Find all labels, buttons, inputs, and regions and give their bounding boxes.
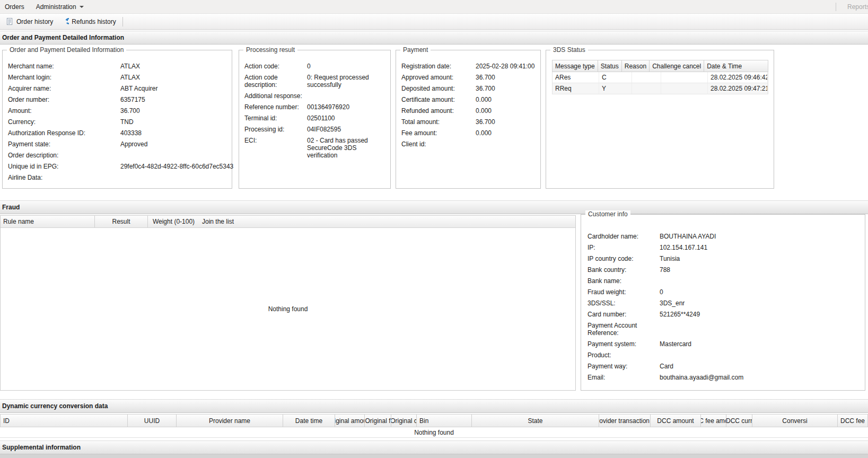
dcc-grid: ID UUID Provider name Date time Original… <box>0 414 868 438</box>
order-detail-panel-legend: Order and Payment Detailed Information <box>7 46 126 54</box>
menu-orders[interactable]: Orders <box>0 3 30 11</box>
field-row: Processing id: 04IF082595 <box>244 126 386 133</box>
column-header[interactable]: Conversi <box>752 415 838 427</box>
column-header[interactable]: DCC fee amount <box>701 415 726 427</box>
fraud-empty-state: Nothing found <box>1 228 575 390</box>
field-value: Card <box>660 363 861 370</box>
field-value: bouthaina.ayaadi@gmail.com <box>660 374 861 381</box>
field-label: Amount: <box>8 107 120 114</box>
field-row: Airline Data: <box>8 174 227 181</box>
field-value: BOUTHAINA AYADI <box>660 233 861 240</box>
field-value: 29fef0c4-482d-4922-8ffc-60c6d7ec5343 <box>120 163 233 170</box>
field-value: ATLAX <box>120 74 227 81</box>
toolbar-separator <box>122 17 123 27</box>
table-row[interactable]: RReq Y 28.02.2025 09:47:21 <box>552 83 768 94</box>
column-header[interactable]: Challenge cancel <box>650 60 704 72</box>
bottom-scroll-strip[interactable] <box>0 454 868 458</box>
field-label: Merchant name: <box>8 63 120 70</box>
toolbar: Order history Refunds history <box>0 13 868 30</box>
field-label: Registration date: <box>401 63 476 70</box>
cell-status: Y <box>599 83 632 94</box>
payment-panel: Payment Registration date: 2025-02-28 09… <box>396 50 541 189</box>
field-row: Currency: TND <box>8 118 227 126</box>
column-header[interactable]: Weight (0-100) <box>148 216 199 227</box>
field-label: Acquirer name: <box>8 85 120 92</box>
field-row: Authorization Response ID: 403338 <box>8 129 227 137</box>
column-header[interactable]: Bin <box>417 415 472 427</box>
field-row: Merchant login: ATLAX <box>8 74 227 81</box>
column-header[interactable]: ID <box>1 415 128 427</box>
column-header[interactable]: DCC curr <box>726 415 752 427</box>
field-row: Unique id in EPG: 29fef0c4-482d-4922-8ff… <box>8 163 227 170</box>
field-value: 403338 <box>120 129 227 137</box>
table-row[interactable]: ARes C 28.02.2025 09:46:42 <box>552 72 768 83</box>
column-header[interactable]: Provider name <box>177 415 283 427</box>
menubar: Orders Administration Reports <box>0 0 868 13</box>
field-row: Payment system: Mastercard <box>588 340 861 348</box>
caret-down-icon <box>80 6 84 8</box>
order-history-button[interactable]: Order history <box>2 15 57 28</box>
cell-challenge-cancel <box>661 83 708 94</box>
column-header[interactable]: Date time <box>283 415 335 427</box>
column-header[interactable]: Status <box>598 60 622 72</box>
column-header[interactable]: UUID <box>128 415 177 427</box>
cell-reason <box>632 72 661 83</box>
field-label: Approved amount: <box>401 74 476 81</box>
menu-administration[interactable]: Administration <box>30 3 90 11</box>
column-header[interactable]: Date & Time <box>704 60 744 72</box>
menu-reports[interactable]: Reports <box>841 3 868 11</box>
section-header-fraud: Fraud <box>0 200 868 214</box>
field-label: Payment way: <box>588 363 660 370</box>
column-header[interactable]: DCC amount <box>651 415 701 427</box>
column-header[interactable]: Original c <box>391 415 417 427</box>
field-row: Client id: <box>401 140 536 148</box>
menubar-separator <box>836 3 836 11</box>
field-row: Order number: 6357175 <box>8 96 227 103</box>
field-row: Deposited amount: 36.700 <box>401 85 536 92</box>
field-value: 521265**4249 <box>660 311 861 318</box>
column-header[interactable]: DCC fee <box>838 415 867 427</box>
field-row: Total amount: 36.700 <box>401 118 536 126</box>
field-label: Action code description: <box>244 74 307 89</box>
fraud-rules-grid: Rule name Result Weight (0-100) Join the… <box>0 215 576 391</box>
field-value: 102.154.167.141 <box>660 244 861 251</box>
field-value: 0 <box>660 288 861 296</box>
column-header[interactable]: Original amount <box>335 415 365 427</box>
refund-arrow-icon <box>60 17 69 26</box>
cell-message-type: ARes <box>553 72 599 83</box>
field-label: IP: <box>588 244 660 251</box>
column-header[interactable]: Result <box>95 216 148 227</box>
field-label: Client id: <box>401 140 476 148</box>
column-header[interactable]: State <box>472 415 599 427</box>
column-header[interactable]: Provider transaction id <box>599 415 651 427</box>
field-label: Refunded amount: <box>401 107 476 114</box>
customer-info-panel-legend: Customer info <box>585 210 630 218</box>
field-row: Email: bouthaina.ayaadi@gmail.com <box>588 374 861 381</box>
dcc-grid-header: ID UUID Provider name Date time Original… <box>0 414 868 427</box>
column-header[interactable]: Message type <box>553 60 598 72</box>
field-row: IP country code: Tunisia <box>588 255 861 262</box>
column-header[interactable]: Reason <box>622 60 650 72</box>
field-label: Terminal id: <box>244 114 307 122</box>
field-value: 02501100 <box>307 114 386 122</box>
field-value: 04IF082595 <box>307 126 386 133</box>
field-row: Reference number: 001364976920 <box>244 103 386 111</box>
field-value: 02 - Card has passed SecureCode 3DS veri… <box>307 137 386 159</box>
field-label: Currency: <box>8 118 120 126</box>
field-value: 0: Request processed successfully <box>307 74 386 89</box>
section-header-main: Order and Payment Detailed Information <box>0 31 868 45</box>
field-row: Payment Account Reference: <box>588 322 861 337</box>
field-label: Payment state: <box>8 140 120 148</box>
field-label: Cardholder name: <box>588 233 660 240</box>
section-header-dcc: Dynamic currency conversion data <box>0 399 868 413</box>
field-label: Deposited amount: <box>401 85 476 92</box>
refunds-history-button[interactable]: Refunds history <box>57 15 119 28</box>
column-header[interactable]: Join the list <box>199 216 236 227</box>
column-header[interactable]: Original f <box>365 415 391 427</box>
field-row: Approved amount: 36.700 <box>401 74 536 81</box>
column-header[interactable]: Rule name <box>1 216 95 227</box>
field-row: Merchant name: ATLAX <box>8 63 227 70</box>
field-value: 36.700 <box>476 85 536 92</box>
field-value: 001364976920 <box>307 103 386 111</box>
document-icon <box>6 17 14 25</box>
